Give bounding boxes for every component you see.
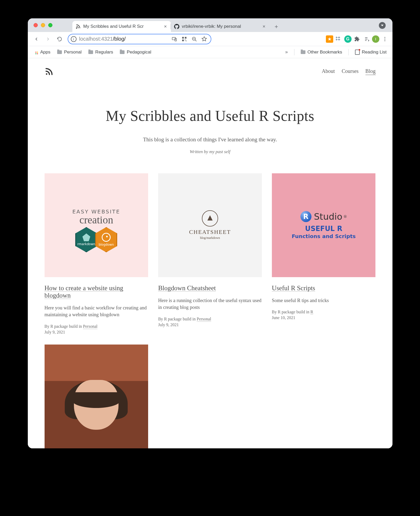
folder-label: Regulars	[95, 50, 113, 55]
close-icon[interactable]: ✕	[262, 24, 266, 29]
site-nav: About Courses Blog	[28, 58, 392, 79]
folder-icon	[301, 50, 305, 54]
r-ball-icon: R	[300, 211, 311, 222]
zoom-icon[interactable]	[190, 35, 198, 43]
separator	[294, 49, 294, 55]
bookmarks-overflow-icon[interactable]: »	[284, 49, 289, 55]
svg-rect-7	[186, 40, 186, 41]
svg-rect-3	[182, 37, 184, 38]
hero: My Scribbles and Useful R Scripts This b…	[28, 79, 392, 154]
hex-rmarkdown-icon: rmarkdown	[75, 227, 97, 252]
tab-active[interactable]: My Scribbles and Useful R Scr ✕	[72, 21, 171, 32]
post-card: EASY WEBSITE creation rmarkdown blogdown…	[45, 173, 148, 335]
post-title-link[interactable]: How to create a website using blogdown	[45, 284, 123, 299]
post-category-link[interactable]: Personal	[197, 317, 211, 321]
post-desc: Here is a running collection of the usef…	[158, 297, 262, 311]
nav-courses[interactable]: Courses	[342, 68, 358, 75]
folder-icon	[88, 50, 93, 54]
zoom-window-icon[interactable]	[48, 23, 52, 27]
tab-title: My Scribbles and Useful R Scr	[83, 24, 163, 29]
extension-dropbox-icon[interactable]	[335, 35, 343, 43]
toolbar: i localhost:4321/blog/ ★	[28, 32, 392, 46]
post-thumbnail[interactable]: R Studio® USEFUL R Functions and Scripts	[272, 173, 376, 277]
thumb-text: Functions and Scripts	[292, 233, 356, 239]
post-category-link[interactable]: R	[310, 310, 313, 314]
bookmark-folder-regulars[interactable]: Regulars	[87, 49, 115, 56]
tab-inactive[interactable]: vrbiki/irene-vrbik: My personal ✕	[171, 21, 270, 32]
post-desc: Here you will find a basic workflow for …	[45, 304, 148, 319]
close-icon[interactable]: ✕	[163, 24, 168, 29]
post-meta: By R package build in Personal	[45, 324, 148, 329]
minimize-window-icon[interactable]	[41, 23, 45, 27]
svg-point-11	[384, 37, 385, 37]
other-bookmarks[interactable]: Other Bookmarks	[299, 49, 344, 56]
extension-bookmark-icon[interactable]: ★	[326, 35, 333, 43]
svg-line-10	[195, 40, 196, 41]
media-controls-icon[interactable]	[363, 35, 370, 43]
thumb-text: blog/markdown	[200, 236, 220, 240]
svg-rect-5	[182, 39, 184, 41]
omnibox-actions	[170, 35, 208, 43]
nav-blog[interactable]: Blog	[365, 68, 376, 75]
post-title-link[interactable]: Blogdown Cheatsheet	[158, 284, 216, 292]
page-byline: Written by my past self	[38, 149, 382, 154]
reload-button[interactable]	[55, 34, 64, 44]
nav-links: About Courses Blog	[322, 68, 375, 75]
close-window-icon[interactable]	[34, 23, 38, 27]
post-thumbnail[interactable]: EASY WEBSITE creation rmarkdown blogdown	[45, 173, 148, 277]
star-icon[interactable]	[200, 35, 208, 43]
back-button[interactable]	[31, 34, 41, 44]
separator	[348, 49, 349, 55]
site-info-icon[interactable]: i	[71, 36, 77, 42]
post-thumbnail[interactable]: CHEATSHEET blog/markdown	[158, 173, 262, 277]
post-title-link[interactable]: Useful R Scripts	[272, 284, 315, 292]
reading-list[interactable]: Reading List	[353, 49, 388, 56]
tabs: My Scribbles and Useful R Scr ✕ vrbiki/i…	[72, 18, 281, 32]
new-tab-button[interactable]: ＋	[272, 22, 281, 31]
github-icon	[174, 24, 179, 29]
page-content: About Courses Blog My Scribbles and Usef…	[28, 58, 392, 448]
bookmark-folder-pedagogical[interactable]: Pedagogical	[118, 49, 153, 56]
post-meta: By R package build in R	[272, 310, 376, 314]
post-category-link[interactable]: Personal	[83, 324, 98, 329]
post-meta: By R package build in Personal	[158, 317, 262, 321]
device-toggle-icon[interactable]	[170, 35, 178, 43]
site-logo-icon[interactable]	[45, 67, 53, 76]
svg-rect-4	[185, 37, 186, 38]
thumb-text: R Studio®	[300, 211, 347, 222]
apps-grid-icon	[34, 50, 38, 55]
apps-label: Apps	[40, 50, 51, 55]
bookmark-folder-personal[interactable]: Personal	[56, 49, 83, 56]
folder-label: Personal	[64, 50, 82, 55]
menu-icon[interactable]	[381, 35, 389, 43]
nav-about[interactable]: About	[322, 68, 335, 75]
reading-list-label: Reading List	[362, 50, 387, 55]
url: localhost:4321/blog/	[79, 36, 170, 42]
qr-icon[interactable]	[180, 35, 188, 43]
window-controls	[34, 23, 52, 27]
post-thumbnail[interactable]	[45, 345, 148, 448]
folder-icon	[120, 50, 125, 54]
browser-window: My Scribbles and Useful R Scr ✕ vrbiki/i…	[28, 18, 392, 448]
profile-avatar[interactable]: I	[372, 35, 379, 43]
tab-title: vrbiki/irene-vrbik: My personal	[182, 24, 262, 29]
search-tabs-icon[interactable]	[379, 22, 386, 29]
svg-point-12	[384, 39, 385, 39]
post-date: June 10, 2021	[272, 315, 376, 320]
bookmarks-bar: Apps Personal Regulars Pedagogical » Oth…	[28, 46, 392, 58]
tab-strip: My Scribbles and Useful R Scr ✕ vrbiki/i…	[28, 18, 392, 32]
post-date: July 9, 2021	[45, 330, 148, 335]
svg-point-14	[46, 73, 47, 75]
url-host: localhost	[79, 36, 100, 42]
apps-button[interactable]: Apps	[32, 49, 52, 56]
extension-grammarly-icon[interactable]: G	[344, 35, 352, 43]
post-card: CHEATSHEET blog/markdown Blogdown Cheats…	[158, 173, 262, 335]
post-date: July 9, 2021	[158, 322, 262, 327]
extensions-icon[interactable]	[353, 35, 361, 43]
address-bar[interactable]: i localhost:4321/blog/	[68, 34, 211, 44]
reading-list-icon	[355, 50, 360, 55]
forward-button[interactable]	[43, 34, 53, 44]
post-card: R Studio® USEFUL R Functions and Scripts…	[272, 173, 376, 335]
page-subtitle: This blog is a collection of things I've…	[38, 136, 382, 143]
rss-icon	[76, 24, 81, 29]
